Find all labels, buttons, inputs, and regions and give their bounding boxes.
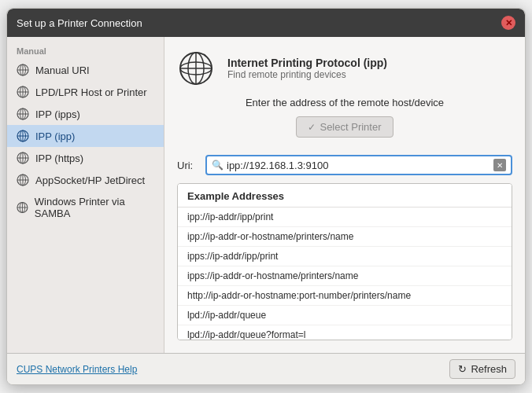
protocol-globe-icon <box>177 50 215 87</box>
sidebar: Manual Manual URI LPD/LPR Host or Printe… <box>7 37 164 353</box>
sidebar-item-appsocket-label: AppSocket/HP JetDirect <box>35 174 145 186</box>
sidebar-section-label: Manual <box>7 43 164 59</box>
sidebar-item-ipp-ipp[interactable]: IPP (ipp) <box>7 125 164 147</box>
protocol-header: Internet Printing Protocol (ipp) Find re… <box>177 50 512 87</box>
dialog: Set up a Printer Connection ✕ Manual Man… <box>6 8 526 385</box>
refresh-button[interactable]: ↻ Refresh <box>449 359 515 379</box>
globe-icon <box>17 64 29 76</box>
sidebar-item-windows-samba[interactable]: Windows Printer via SAMBA <box>7 191 164 224</box>
example-item: http://ip-addr-or-hostname:port-number/p… <box>178 286 512 306</box>
example-item: ipp://ip-addr-or-hostname/printers/name <box>178 227 512 247</box>
example-item: lpd://ip-addr/queue <box>178 306 512 325</box>
globe-icon-4 <box>17 130 29 142</box>
close-button[interactable]: ✕ <box>501 16 515 30</box>
protocol-name: Internet Printing Protocol (ipp) <box>227 57 387 69</box>
sidebar-item-ipp-https[interactable]: IPP (https) <box>7 147 164 169</box>
sidebar-item-manual-uri-label: Manual URI <box>35 64 90 76</box>
refresh-icon: ↻ <box>458 363 467 375</box>
sidebar-item-ipp-ipps-label: IPP (ipps) <box>35 108 80 120</box>
globe-icon-3 <box>17 108 29 120</box>
uri-label: Uri: <box>177 160 199 171</box>
examples-box: Example Addresses ipp://ip-addr/ipp/prin… <box>177 183 512 340</box>
example-item: ipps://ip-addr/ipp/print <box>178 247 512 266</box>
footer: CUPS Network Printers Help ↻ Refresh <box>7 353 525 384</box>
select-printer-label: Select Printer <box>320 121 381 133</box>
example-item: ipps://ip-addr-or-hostname/printers/name <box>178 266 512 286</box>
sidebar-item-manual-uri[interactable]: Manual URI <box>7 59 164 81</box>
globe-icon-6 <box>17 174 29 186</box>
example-item: ipp://ip-addr/ipp/print <box>178 208 512 227</box>
sidebar-item-windows-samba-label: Windows Printer via SAMBA <box>35 196 154 219</box>
enter-address-label: Enter the address of the remote host/dev… <box>177 97 512 108</box>
titlebar: Set up a Printer Connection ✕ <box>7 9 525 37</box>
content-area: Manual Manual URI LPD/LPR Host or Printe… <box>7 37 525 353</box>
globe-icon-7 <box>17 201 28 214</box>
sidebar-item-ipp-ipps[interactable]: IPP (ipps) <box>7 103 164 125</box>
search-icon: 🔍 <box>212 160 224 171</box>
checkmark-icon: ✓ <box>308 122 316 133</box>
main-panel: Internet Printing Protocol (ipp) Find re… <box>164 37 525 353</box>
protocol-info: Internet Printing Protocol (ipp) Find re… <box>227 57 387 80</box>
help-link[interactable]: CUPS Network Printers Help <box>17 364 137 375</box>
sidebar-item-lpd-lpr[interactable]: LPD/LPR Host or Printer <box>7 81 164 103</box>
example-item: lpd://ip-addr/queue?format=l <box>178 325 512 340</box>
sidebar-item-lpd-lpr-label: LPD/LPR Host or Printer <box>35 86 147 98</box>
uri-input[interactable] <box>227 160 490 171</box>
select-printer-button[interactable]: ✓ Select Printer <box>296 116 393 138</box>
sidebar-item-ipp-ipp-label: IPP (ipp) <box>35 130 75 142</box>
sidebar-item-appsocket[interactable]: AppSocket/HP JetDirect <box>7 169 164 191</box>
uri-input-wrapper: 🔍 ✕ <box>205 155 512 175</box>
uri-row: Uri: 🔍 ✕ <box>177 155 512 175</box>
clear-uri-button[interactable]: ✕ <box>493 159 506 171</box>
sidebar-item-ipp-https-label: IPP (https) <box>35 152 83 164</box>
refresh-label: Refresh <box>471 363 507 375</box>
protocol-description: Find remote printing devices <box>227 69 387 80</box>
examples-title: Example Addresses <box>178 184 512 208</box>
dialog-title: Set up a Printer Connection <box>17 17 142 29</box>
globe-icon-5 <box>17 152 29 164</box>
globe-icon-2 <box>17 86 29 98</box>
